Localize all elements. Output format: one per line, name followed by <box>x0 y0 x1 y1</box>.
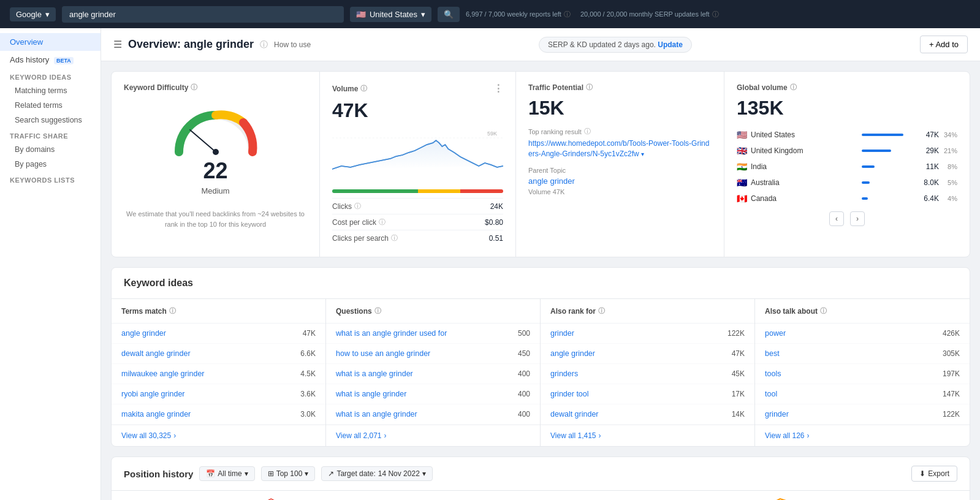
ki-term-link[interactable]: grinders <box>550 369 578 378</box>
volume-more-icon[interactable]: ⋮ <box>493 83 503 94</box>
ki-row: dewalt grinder 14K <box>541 404 754 425</box>
view-all-row[interactable]: View all 2,071 › <box>326 425 540 446</box>
view-all-row[interactable]: View all 126 › <box>755 425 970 446</box>
ki-volume: 450 <box>518 349 530 358</box>
serp-status: SERP & KD updated 2 days ago. Update <box>539 37 692 53</box>
gv-info-icon[interactable]: ⓘ <box>790 83 797 92</box>
ki-term-link[interactable]: angle grinder <box>121 329 166 338</box>
kd-info-icon[interactable]: ⓘ <box>191 83 197 92</box>
view-all-row[interactable]: View all 30,325 › <box>112 425 325 446</box>
ki-col-2: Also rank forⓘ grinder 122K angle grinde… <box>541 299 755 446</box>
ki-row: power 426K <box>755 324 970 344</box>
ki-term-link[interactable]: milwaukee angle grinder <box>121 369 205 378</box>
ki-row: grinder 122K <box>541 324 754 344</box>
ki-row: what is an angle grinder used for 500 <box>326 324 540 344</box>
col-info-icon[interactable]: ⓘ <box>820 306 827 316</box>
country-volume: 8.0K <box>917 178 939 187</box>
ki-term-link[interactable]: what is angle grinder <box>336 390 406 398</box>
ki-term-link[interactable]: angle grinder <box>550 349 595 358</box>
gv-card-title: Global volume ⓘ <box>737 83 957 92</box>
update-button[interactable]: Update <box>658 40 683 49</box>
prev-page-button[interactable]: ‹ <box>829 211 844 226</box>
cpc-value: $0.80 <box>485 218 503 227</box>
ki-term-link[interactable]: what is an angle grinder <box>336 410 417 419</box>
country-bar-container <box>862 197 911 200</box>
sidebar-item-related-terms[interactable]: Related terms <box>0 98 101 113</box>
country-name: 🇦🇺 Australia <box>737 178 856 188</box>
sidebar-item-search-suggestions[interactable]: Search suggestions <box>0 113 101 127</box>
col-info-icon[interactable]: ⓘ <box>374 306 381 316</box>
clicks-info-icon[interactable]: ⓘ <box>354 202 361 211</box>
sidebar-section-traffic: Traffic share <box>0 127 101 142</box>
position-history-section: Position history 📅 All time ▾ ⊞ Top 100 … <box>111 456 970 500</box>
ph-filter-alltime[interactable]: 📅 All time ▾ <box>199 466 254 481</box>
ki-term-link[interactable]: how to use an angle grinder <box>336 349 430 358</box>
country-flag: 🇦🇺 <box>737 178 747 188</box>
how-to-use-link[interactable]: How to use <box>274 40 311 49</box>
sidebar-item-overview[interactable]: Overview <box>0 33 101 51</box>
sidebar-section-keyword-ideas: Keyword ideas <box>0 69 101 83</box>
cps-info-icon[interactable]: ⓘ <box>391 233 398 243</box>
search-engine-selector[interactable]: Google ▾ <box>10 7 56 21</box>
ki-row: tool 147K <box>755 384 970 404</box>
ph-filter-top100[interactable]: ⊞ Top 100 ▾ <box>261 466 316 481</box>
ki-term-link[interactable]: grinder <box>765 410 789 419</box>
parent-topic-value[interactable]: angle grinder <box>528 176 712 186</box>
col-info-icon[interactable]: ⓘ <box>169 306 176 316</box>
sidebar-overview-label: Overview <box>10 37 43 47</box>
ph-header: Position history 📅 All time ▾ ⊞ Top 100 … <box>112 457 970 491</box>
next-page-button[interactable]: › <box>850 211 865 226</box>
ki-term-link[interactable]: best <box>765 349 780 358</box>
search-icon: 🔍 <box>444 10 454 19</box>
ki-term-link[interactable]: what is an angle grinder used for <box>336 329 447 338</box>
tp-info-icon[interactable]: ⓘ <box>586 83 593 92</box>
bar-orange <box>418 189 461 193</box>
view-all-row[interactable]: View all 1,415 › <box>541 425 754 446</box>
gauge-container: 22 Medium <box>124 97 307 202</box>
volume-info-icon[interactable]: ⓘ <box>360 84 367 93</box>
ki-volume: 305K <box>943 349 960 358</box>
ki-volume: 147K <box>943 390 960 398</box>
top-ranking-url-link[interactable]: https://www.homedepot.com/b/Tools-Power-… <box>528 139 709 158</box>
search-button[interactable]: 🔍 <box>438 7 460 22</box>
add-to-button[interactable]: + Add to <box>920 36 968 53</box>
ki-term-link[interactable]: tool <box>765 390 777 398</box>
export-button[interactable]: ⬇ Export <box>911 466 957 482</box>
ki-term-link[interactable]: dewalt angle grinder <box>121 349 191 358</box>
ki-term-link[interactable]: power <box>765 329 786 338</box>
sidebar-item-by-domains[interactable]: By domains <box>0 142 101 157</box>
traffic-potential-card: Traffic Potential ⓘ 15K Top ranking resu… <box>516 72 724 257</box>
cpc-info-icon[interactable]: ⓘ <box>379 218 386 227</box>
chevron-right-icon: › <box>599 431 601 440</box>
hamburger-icon[interactable]: ☰ <box>113 39 122 50</box>
ki-term-link[interactable]: ryobi angle grinder <box>121 390 185 398</box>
cpc-row: Cost per click ⓘ $0.80 <box>332 214 503 230</box>
weekly-reports-text: 6,997 / 7,000 weekly reports left <box>466 10 561 18</box>
monthly-serp-stat: 20,000 / 20,000 monthly SERP updates lef… <box>580 10 719 19</box>
sidebar-item-matching-terms[interactable]: Matching terms <box>0 83 101 98</box>
country-flag: 🇺🇸 <box>737 130 747 140</box>
ki-term-link[interactable]: grinder tool <box>550 390 589 398</box>
country-volume: 11K <box>917 162 939 171</box>
sidebar-item-ads-history[interactable]: Ads history BETA <box>0 51 101 69</box>
country-selector[interactable]: 🇺🇸 United States ▾ <box>350 7 431 22</box>
top-ranking-info-icon[interactable]: ⓘ <box>584 127 591 136</box>
keyword-search-input[interactable] <box>62 6 344 23</box>
ki-volume: 500 <box>518 329 530 338</box>
country-row: 🇦🇺 Australia 8.0K 5% <box>737 175 957 191</box>
ki-term-link[interactable]: tools <box>765 369 781 378</box>
country-flag: 🇬🇧 <box>737 146 747 156</box>
ki-row: what is an angle grinder 400 <box>326 404 540 425</box>
col-info-icon[interactable]: ⓘ <box>598 306 605 316</box>
ki-volume: 122K <box>727 329 745 338</box>
ph-filter-target-date[interactable]: ↗ Target date: 14 Nov 2022 ▾ <box>321 466 432 481</box>
sidebar-item-by-pages[interactable]: By pages <box>0 157 101 172</box>
ki-term-link[interactable]: dewalt grinder <box>550 410 599 419</box>
gauge-label: Medium <box>201 186 229 195</box>
country-row: 🇨🇦 Canada 6.4K 4% <box>737 191 957 206</box>
cards-row: Keyword Difficulty ⓘ <box>111 71 970 257</box>
ki-term-link[interactable]: what is a angle grinder <box>336 369 413 378</box>
ki-term-link[interactable]: makita angle grinder <box>121 410 191 419</box>
ki-term-link[interactable]: grinder <box>550 329 574 338</box>
position-history-chart <box>121 496 960 500</box>
